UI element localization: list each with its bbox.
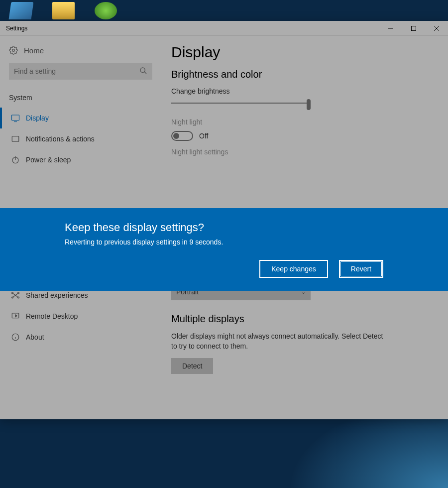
desktop-icon-app[interactable]	[95, 2, 117, 19]
dialog-buttons: Keep changes Revert	[65, 260, 383, 278]
desktop-icons	[0, 0, 127, 19]
dialog-message: Reverting to previous display settings i…	[65, 238, 383, 246]
keep-settings-dialog: Keep these display settings? Reverting t…	[0, 208, 448, 291]
revert-button[interactable]: Revert	[339, 260, 383, 278]
dialog-title: Keep these display settings?	[65, 221, 383, 234]
desktop-icon-folder[interactable]	[52, 2, 75, 19]
keep-changes-button[interactable]: Keep changes	[259, 260, 328, 278]
desktop-icon-computer[interactable]	[9, 2, 34, 19]
